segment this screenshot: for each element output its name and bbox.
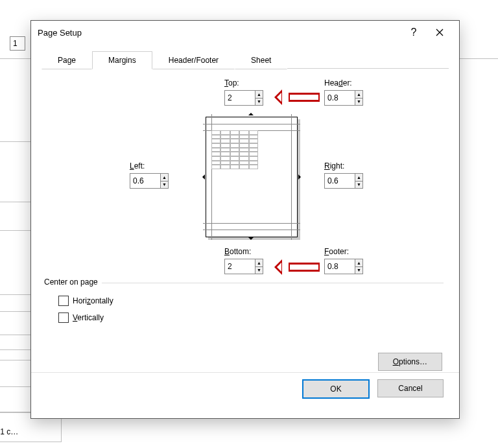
bottom-spinner[interactable]: ▲▼ (224, 259, 263, 274)
help-button[interactable]: ? (401, 23, 427, 42)
left-label: Left: (130, 161, 169, 171)
dialog-title: Page Setup (38, 28, 82, 38)
footer-spinner[interactable]: ▲▼ (324, 259, 363, 274)
top-label: Top: (224, 78, 263, 88)
spin-up-icon[interactable]: ▲ (355, 259, 362, 267)
spin-down-icon[interactable]: ▼ (161, 182, 168, 189)
header-label: Header: (324, 78, 363, 88)
checkbox-icon (58, 296, 69, 306)
spin-up-icon[interactable]: ▲ (255, 259, 263, 267)
spin-up-icon[interactable]: ▲ (355, 91, 362, 99)
marker-right-icon (298, 174, 303, 180)
header-margin-group: Header: ▲▼ (324, 78, 363, 106)
header-spinner[interactable]: ▲▼ (324, 90, 363, 106)
dialog-footer: OK Cancel (31, 372, 459, 418)
center-horizontally-checkbox[interactable]: Horizontally (58, 296, 113, 306)
checkbox-icon (58, 312, 69, 323)
ok-button[interactable]: OK (302, 379, 370, 399)
right-spinner[interactable]: ▲▼ (324, 173, 363, 189)
spin-down-icon[interactable]: ▼ (255, 99, 263, 106)
spin-up-icon[interactable]: ▲ (161, 174, 168, 182)
center-vertically-checkbox[interactable]: Vertically (58, 312, 104, 323)
bottom-margin-group: Bottom: ▲▼ (224, 247, 263, 274)
top-margin-group: Top: ▲▼ (224, 78, 263, 106)
tab-sheet[interactable]: Sheet (235, 51, 287, 69)
marker-top-icon (248, 110, 254, 115)
options-button[interactable]: Options… (378, 353, 442, 371)
tabstrip: Page Margins Header/Footer Sheet (31, 44, 459, 69)
center-on-page-label: Center on page (44, 277, 102, 287)
close-icon (436, 29, 444, 36)
spin-down-icon[interactable]: ▼ (255, 267, 263, 274)
spin-down-icon[interactable]: ▼ (355, 99, 362, 106)
spin-up-icon[interactable]: ▲ (255, 91, 263, 99)
tab-page[interactable]: Page (42, 51, 92, 69)
right-margin-group: Right: ▲▼ (324, 161, 363, 189)
center-vertically-label: Vertically (73, 313, 104, 322)
annotation-arrow-bottom (274, 260, 320, 274)
left-spinner[interactable]: ▲▼ (130, 173, 169, 189)
spin-down-icon[interactable]: ▼ (355, 182, 362, 189)
footer-label: Footer: (324, 247, 363, 256)
top-input[interactable] (225, 91, 255, 105)
titlebar: Page Setup ? (31, 21, 459, 44)
right-input[interactable] (325, 174, 355, 188)
spin-down-icon[interactable]: ▼ (355, 267, 362, 274)
left-margin-group: Left: ▲▼ (130, 161, 169, 189)
center-on-page-group: Center on page (44, 283, 444, 283)
spin-up-icon[interactable]: ▲ (355, 174, 362, 182)
bottom-label: Bottom: (224, 247, 263, 256)
center-horizontally-label: Horizontally (73, 296, 113, 305)
bottom-input[interactable] (225, 259, 255, 274)
marker-left-icon (200, 174, 205, 180)
margins-label-2: ottom: 1.91 c… (0, 427, 57, 436)
marker-bottom-icon (248, 237, 254, 242)
copies-input[interactable]: 1 (10, 36, 25, 51)
header-input[interactable] (325, 91, 355, 105)
right-label: Right: (324, 161, 363, 171)
margins-preview (206, 117, 298, 237)
footer-margin-group: Footer: ▲▼ (324, 247, 363, 274)
left-input[interactable] (130, 174, 160, 188)
annotation-arrow-top (274, 90, 320, 104)
close-button[interactable] (427, 23, 453, 42)
cancel-button[interactable]: Cancel (377, 379, 444, 397)
top-spinner[interactable]: ▲▼ (224, 90, 263, 106)
dialog-body: Top: ▲▼ Header: ▲▼ Left: ▲▼ Right: (31, 69, 459, 372)
page-setup-dialog: Page Setup ? Page Margins Header/Footer … (30, 20, 460, 419)
tab-margins[interactable]: Margins (92, 51, 152, 69)
footer-input[interactable] (325, 259, 355, 274)
tab-header-footer[interactable]: Header/Footer (152, 51, 235, 69)
